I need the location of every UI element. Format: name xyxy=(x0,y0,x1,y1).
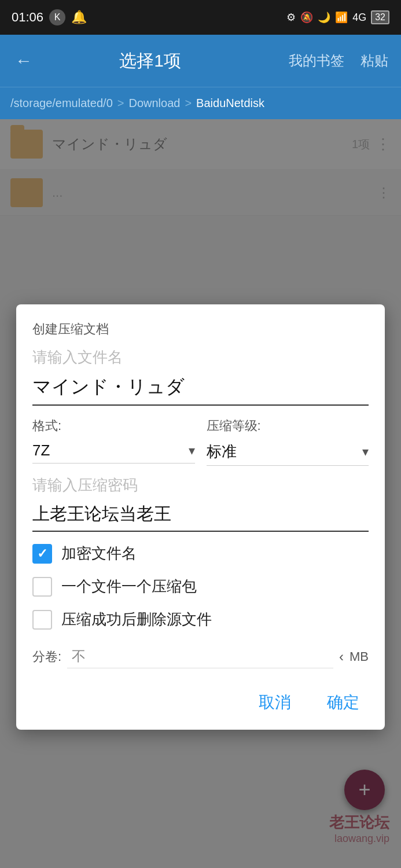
encrypt-filename-label: 加密文件名 xyxy=(61,543,137,564)
format-arrow-icon: ▾ xyxy=(189,443,195,458)
mute-icon: 🔕 xyxy=(300,11,313,24)
format-label: 格式: xyxy=(32,417,195,435)
battery-badge: 32 xyxy=(371,10,389,24)
notification-icon: 🔔 xyxy=(71,10,87,25)
bookmark-button[interactable]: 我的书签 xyxy=(286,49,347,72)
dialog-title: 创建压缩文档 xyxy=(32,321,369,338)
moon-icon: 🌙 xyxy=(318,11,330,24)
breadcrumb-bar: /storage/emulated/0 > Download > BaiduNe… xyxy=(0,87,401,119)
filename-placeholder: 请输入文件名 xyxy=(32,347,369,367)
volume-row: 分卷: 不 ‹ MB xyxy=(32,642,369,668)
volume-label: 分卷: xyxy=(32,648,61,665)
volume-unit: MB xyxy=(350,649,369,664)
k-icon: K xyxy=(49,9,65,25)
paste-button[interactable]: 粘贴 xyxy=(358,49,391,72)
one-file-one-archive-checkbox[interactable] xyxy=(32,577,52,597)
confirm-button[interactable]: 确定 xyxy=(318,687,369,718)
level-arrow-icon: ▾ xyxy=(362,444,369,459)
level-select[interactable]: 标准 ▾ xyxy=(207,438,369,466)
format-level-row: 格式: 7Z ▾ 压缩等级: 标准 ▾ xyxy=(32,417,369,466)
password-placeholder: 请输入压缩密码 xyxy=(32,475,369,495)
wifi-icon: 📶 xyxy=(335,11,348,24)
level-value: 标准 xyxy=(207,442,237,462)
create-archive-dialog: 创建压缩文档 请输入文件名 マインド・リュダ 格式: 7Z ▾ 压缩等级: 标准… xyxy=(16,304,385,730)
format-value: 7Z xyxy=(32,442,50,459)
level-group: 压缩等级: 标准 ▾ xyxy=(207,417,369,466)
encrypt-filename-checkbox[interactable] xyxy=(32,544,52,564)
delete-after-checkbox[interactable] xyxy=(32,610,52,630)
one-file-one-archive-label: 一个文件一个压缩包 xyxy=(61,576,197,597)
delete-after-row: 压缩成功后删除源文件 xyxy=(32,609,369,630)
nav-actions: 我的书签 粘贴 xyxy=(286,49,391,72)
nav-title: 选择1项 xyxy=(23,49,277,73)
main-content: マインド・リュダ 1项 ⋮ ... ⋮ 创建压缩文档 请输入文件名 マインド・リ… xyxy=(0,119,401,868)
format-group: 格式: 7Z ▾ xyxy=(32,417,195,464)
volume-chevron-icon[interactable]: ‹ xyxy=(339,649,344,665)
cancel-button[interactable]: 取消 xyxy=(249,687,300,718)
volume-input[interactable]: 不 xyxy=(67,645,333,668)
one-file-one-archive-row: 一个文件一个压缩包 xyxy=(32,576,369,597)
breadcrumb-sep2: > xyxy=(185,97,192,110)
encrypt-filename-row: 加密文件名 xyxy=(32,543,369,564)
status-right: ⚙ 🔕 🌙 📶 4G 32 xyxy=(286,10,389,24)
password-input[interactable]: 上老王论坛当老王 xyxy=(32,498,369,532)
breadcrumb-root[interactable]: /storage/emulated/0 xyxy=(10,97,113,110)
breadcrumb-sep1: > xyxy=(117,97,124,110)
status-left: 01:06 K 🔔 xyxy=(12,9,87,25)
time: 01:06 xyxy=(12,10,43,25)
signal-icon: 4G xyxy=(352,12,366,24)
format-select[interactable]: 7Z ▾ xyxy=(32,438,195,464)
breadcrumb-folder1[interactable]: Download xyxy=(128,97,180,110)
dialog-actions: 取消 确定 xyxy=(32,682,369,718)
delete-after-label: 压缩成功后删除源文件 xyxy=(61,609,212,630)
top-nav: ← 选择1项 我的书签 粘贴 xyxy=(0,35,401,87)
breadcrumb-folder2[interactable]: BaiduNetdisk xyxy=(196,97,264,110)
bluetooth-icon: ⚙ xyxy=(286,11,296,24)
level-label: 压缩等级: xyxy=(207,417,369,435)
filename-input[interactable]: マインド・リュダ xyxy=(32,370,369,406)
status-bar: 01:06 K 🔔 ⚙ 🔕 🌙 📶 4G 32 xyxy=(0,0,401,35)
